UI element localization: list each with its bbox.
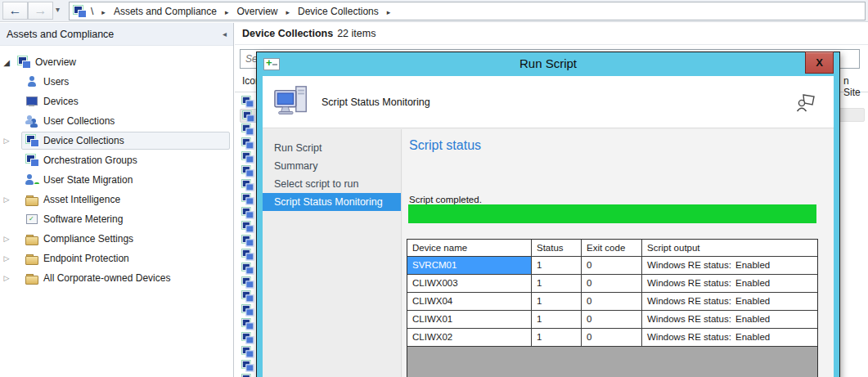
folder-icon (25, 193, 38, 206)
computers-icon (241, 360, 253, 371)
top-toolbar: ← → ▾ \ Assets and Compliance Overview D… (0, 0, 868, 22)
forward-button[interactable]: → (28, 2, 53, 20)
expand-arrow-icon[interactable] (0, 58, 13, 67)
expand-arrow-icon[interactable] (0, 235, 13, 243)
script-results-table: Device name Status Exit code Script outp… (407, 239, 818, 377)
site-column-header-partial[interactable]: n Site (843, 75, 868, 98)
collapse-sidebar-icon[interactable]: ◂ (223, 29, 227, 38)
computers-icon (241, 151, 253, 163)
status-cell: 1 (532, 293, 582, 310)
sidebar-item-label: Users (43, 76, 69, 88)
output-value: Enabled (735, 332, 770, 342)
script-review-person-icon (796, 92, 816, 112)
device-name-cell[interactable]: CLIWX02 (407, 329, 532, 346)
sidebar-item-users[interactable]: Users (0, 72, 233, 92)
computers-icon (241, 137, 253, 149)
user-icon (25, 75, 38, 88)
status-cell: 1 (532, 257, 582, 274)
sidebar-item-devices[interactable]: Devices (0, 92, 233, 111)
table-row[interactable]: SVRCM01 1 0 Windows RE status:Enabled (407, 257, 817, 275)
computers-icon (241, 165, 253, 177)
table-row[interactable]: CLIWX02 1 0 Windows RE status:Enabled (407, 329, 817, 347)
breadcrumb-root[interactable]: \ (86, 6, 98, 17)
back-button[interactable]: ← (2, 2, 28, 20)
wizard-nav-summary[interactable]: Summary (263, 157, 401, 175)
user-migration-icon (25, 173, 38, 186)
computers-icon (25, 134, 38, 147)
output-label: Windows RE status: (647, 257, 735, 274)
computer-icon (273, 83, 311, 121)
column-header-status[interactable]: Status (532, 240, 582, 256)
sidebar-item-compliance-settings[interactable]: Compliance Settings (0, 229, 233, 249)
expand-arrow-icon[interactable] (0, 195, 13, 204)
sidebar-title: Assets and Compliance (7, 29, 223, 40)
sidebar-item-label: All Corporate-owned Devices (43, 272, 170, 284)
history-dropdown-caret-icon[interactable]: ▾ (56, 5, 60, 14)
dialog-body-frame: Script Status Monitoring Run Script Summ… (263, 76, 834, 377)
breadcrumb-device-collections[interactable]: Device Collections (293, 6, 384, 17)
expand-arrow-icon[interactable] (0, 274, 13, 282)
expand-arrow-icon[interactable] (0, 137, 13, 145)
sidebar-item-device-collections[interactable]: Device Collections (0, 131, 233, 150)
computers-icon (242, 110, 254, 122)
sidebar-item-label: Software Metering (43, 213, 123, 225)
output-value: Enabled (735, 260, 770, 270)
computers-icon (241, 290, 253, 302)
folder-icon (25, 232, 38, 245)
breadcrumb-overview[interactable]: Overview (232, 6, 282, 17)
navigation-tree: Overview Users Devices User Collections … (0, 46, 233, 288)
wizard-nav-script-status-monitoring[interactable]: Script Status Monitoring (263, 193, 401, 211)
column-header-script-output[interactable]: Script output (642, 240, 817, 256)
sidebar-item-asset-intelligence[interactable]: Asset Intelligence (0, 190, 233, 209)
script-status-heading: Script status (409, 138, 481, 153)
column-header-exit-code[interactable]: Exit code (582, 240, 642, 256)
sidebar-item-orchestration-groups[interactable]: Orchestration Groups (0, 150, 233, 170)
sidebar-header: Assets and Compliance ◂ (0, 23, 233, 46)
dialog-header-band: Script Status Monitoring (263, 76, 834, 128)
sidebar-item-label: Overview (35, 56, 76, 68)
sidebar-item-label: Device Collections (43, 135, 124, 146)
script-output-cell: Windows RE status:Enabled (642, 329, 817, 346)
computers-icon (241, 263, 253, 274)
sidebar-item-endpoint-protection[interactable]: Endpoint Protection (0, 249, 233, 268)
sidebar-item-label: Devices (43, 96, 79, 107)
device-name-cell[interactable]: CLIWX01 (407, 311, 532, 328)
script-output-cell: Windows RE status:Enabled (642, 257, 817, 274)
device-name-cell[interactable]: SVRCM01 (407, 257, 532, 274)
sidebar-item-overview[interactable]: Overview (0, 52, 233, 72)
computers-icon (241, 374, 253, 377)
table-row[interactable]: CLIWX04 1 0 Windows RE status:Enabled (407, 293, 817, 311)
dialog-titlebar[interactable]: Run Script X (257, 52, 839, 76)
device-icon (25, 95, 38, 108)
wizard-nav-run-script[interactable]: Run Script (263, 139, 401, 157)
output-label: Windows RE status: (647, 329, 735, 346)
column-header-device-name[interactable]: Device name (407, 240, 532, 256)
sidebar-item-label: Asset Intelligence (43, 194, 120, 205)
computers-icon (241, 318, 253, 330)
output-value: Enabled (735, 278, 770, 288)
dialog-page-title: Script Status Monitoring (322, 76, 430, 128)
device-name-cell[interactable]: CLIWX003 (407, 275, 532, 292)
sidebar-item-user-state-migration[interactable]: User State Migration (0, 170, 233, 190)
computers-icon (241, 96, 253, 107)
sidebar-item-software-metering[interactable]: Software Metering (0, 209, 233, 229)
exit-code-cell: 0 (582, 293, 642, 310)
computers-icon (241, 221, 253, 232)
output-value: Enabled (735, 296, 770, 306)
device-name-cell[interactable]: CLIWX04 (407, 293, 532, 310)
list-item-count: 22 items (337, 28, 376, 39)
breadcrumb-separator-icon (384, 6, 394, 17)
wizard-content: Script status Script completed. Device n… (403, 129, 834, 377)
sidebar-item-user-collections[interactable]: User Collections (0, 111, 233, 131)
sidebar-item-all-corporate-owned-devices[interactable]: All Corporate-owned Devices (0, 268, 233, 288)
table-row[interactable]: CLIWX003 1 0 Windows RE status:Enabled (407, 275, 817, 293)
wizard-nav-select-script-to-run[interactable]: Select script to run (263, 175, 401, 193)
exit-code-cell: 0 (582, 311, 642, 328)
status-cell: 1 (532, 275, 582, 292)
forward-arrow-icon: → (34, 3, 47, 17)
expand-arrow-icon[interactable] (0, 254, 13, 263)
breadcrumb-assets-and-compliance[interactable]: Assets and Compliance (109, 6, 222, 17)
table-row[interactable]: CLIWX01 1 0 Windows RE status:Enabled (407, 311, 817, 329)
exit-code-cell: 0 (582, 329, 642, 346)
close-button[interactable]: X (805, 52, 834, 74)
